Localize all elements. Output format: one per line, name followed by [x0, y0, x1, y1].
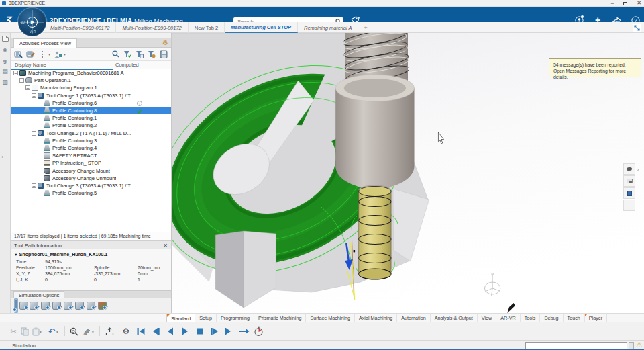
tree-item[interactable]: –Tool Change.3 (T3033 A (T3033.1) / T... — [11, 182, 171, 189]
tree-item[interactable]: Profile Contouring.4 — [11, 144, 171, 152]
new-tab-button[interactable]: + — [358, 22, 372, 33]
step-backward-icon[interactable] — [150, 326, 161, 337]
sim-option-material-removal-icon[interactable] — [19, 302, 28, 310]
list-options-icon[interactable] — [38, 50, 47, 59]
doc-tab-1[interactable]: Multi-Position-E999-00172 — [116, 22, 188, 33]
sim-option-toolpath-visibility-icon[interactable]: ▾ — [30, 302, 40, 310]
paint-icon[interactable] — [82, 326, 93, 337]
tree-expander-icon[interactable]: – — [32, 131, 36, 136]
tree-column-header[interactable]: Display Name Computed — [11, 61, 171, 69]
tree-item-label: Profile Contouring.1 — [52, 115, 97, 121]
shaded-view-icon[interactable] — [623, 163, 635, 175]
mini-toolbar-collapse-icon[interactable]: ‹ — [637, 167, 639, 173]
tree-item[interactable]: Accessory Change Unmount — [11, 175, 171, 182]
tree-expander-icon[interactable]: – — [13, 71, 18, 75]
tree-item[interactable]: Profile Contouring.1 — [11, 114, 171, 122]
column-display-name[interactable]: Display Name — [15, 62, 46, 68]
sim-option-tool-visibility-icon[interactable]: ▾ — [41, 302, 51, 310]
panel-collapse-icon[interactable]: ‹ — [1, 154, 3, 160]
timer-icon[interactable] — [253, 326, 264, 337]
search-icon[interactable] — [111, 50, 120, 59]
report-doc-icon[interactable] — [623, 187, 635, 199]
funnel-check-icon[interactable] — [123, 50, 132, 59]
sim-option-stock-visibility-icon[interactable]: ▾ — [64, 302, 74, 310]
doc-tab-0[interactable]: Multi-Position-E999-00172 — [44, 22, 116, 33]
list-icon[interactable]: ▥ — [1, 78, 9, 86]
undo-icon[interactable]: ↶ — [46, 326, 57, 337]
panel-settings-gear-icon[interactable]: ⚙ — [162, 39, 168, 47]
folder-icon[interactable] — [1, 35, 9, 43]
go-to-start-icon[interactable] — [136, 326, 146, 337]
stamp-edit-icon[interactable] — [25, 50, 35, 59]
doc-tab-2[interactable]: New Tab 2 — [189, 22, 225, 33]
simulation-options-header: Simulation Options — [11, 290, 171, 298]
profile-icon — [44, 138, 50, 144]
stop-icon[interactable] — [195, 326, 205, 337]
dropdown-arrow-icon[interactable]: ▾ — [64, 52, 66, 56]
tree-item[interactable]: –Machining Programs_Behavior00001681 A — [11, 69, 171, 77]
messages-report-box[interactable]: 54 message(s) have been reported. Open M… — [549, 58, 641, 77]
tree-expander-icon[interactable]: – — [32, 93, 36, 98]
export-icon[interactable] — [104, 326, 115, 337]
empty-slot-icon[interactable] — [623, 200, 635, 211]
sim-option-analysis-icon[interactable]: ▾ — [87, 302, 97, 310]
settings-gear-icon[interactable]: ⚙ — [121, 326, 131, 337]
close-icon[interactable]: ✕ — [163, 243, 168, 249]
save-view-icon[interactable] — [159, 50, 168, 59]
doc-tab-3[interactable]: Manufacturing Cell STOP — [225, 22, 298, 33]
toolpath-info-row: Time94,315s — [11, 259, 171, 265]
compass-icon[interactable]: ◈ — [1, 46, 9, 54]
sim-option-collision-icon[interactable]: ▾ — [75, 302, 85, 310]
collapse-arrow-icon[interactable]: ▼ — [14, 253, 17, 257]
funnel-gear-icon[interactable] — [147, 50, 156, 59]
tab-activities-process-view[interactable]: Activities Process View — [13, 38, 77, 48]
expand-viewport-icon[interactable] — [633, 24, 641, 32]
toolpath-info-value: 94,315s — [45, 259, 62, 264]
dropdown-arrow-icon[interactable]: ▾ — [48, 52, 50, 56]
go-to-end-icon[interactable] — [224, 326, 235, 337]
play-backward-icon[interactable] — [165, 326, 176, 337]
zoom-icon[interactable]: Q — [68, 326, 79, 337]
tree-item[interactable]: Profile Contouring.6i — [11, 99, 171, 107]
jump-to-end-icon[interactable] — [239, 326, 250, 337]
tree-expander-icon[interactable]: – — [32, 183, 36, 188]
tree-item[interactable]: –Manufacturing Program.1 — [11, 84, 171, 91]
tree-item[interactable]: –Tool Change.2 (T1 A (T1.1) / MILL D... — [11, 130, 171, 137]
tree-item[interactable]: Profile Contouring.2 — [11, 122, 171, 129]
user-filter-icon[interactable] — [53, 50, 62, 59]
doc-tab-4[interactable]: Remaining material A — [298, 22, 358, 33]
tree-expander-icon[interactable]: – — [25, 85, 30, 90]
tree-item[interactable]: PP Instruction_ STOP — [11, 159, 171, 167]
toolpath-info-value: I; J; K: — [16, 277, 30, 282]
machine-name[interactable]: ▼ Shopfloor01_Machine_Huron_KX100.1 — [14, 251, 107, 257]
toolchange-icon — [38, 93, 44, 99]
close-button[interactable]: ✕ — [637, 0, 641, 7]
capture-image-icon[interactable] — [623, 175, 635, 187]
funnel-doc-icon[interactable] — [135, 50, 144, 59]
tree-item[interactable]: Profile Contouring.8 — [11, 107, 171, 114]
tree-expander-icon[interactable]: – — [19, 78, 24, 83]
behavior-icon[interactable]: g — [1, 56, 9, 64]
sim-option-color-icon[interactable]: ▾ — [98, 302, 108, 310]
cut-icon[interactable]: ✂ — [8, 326, 19, 337]
sim-option-display-mode-icon[interactable] — [14, 298, 18, 313]
3d-viewport[interactable]: 54 message(s) have been reported. Open M… — [172, 33, 644, 313]
sim-option-machine-visibility-icon[interactable]: ▾ — [52, 302, 62, 310]
step-forward-icon[interactable] — [209, 326, 220, 337]
3dcompass-badge[interactable]: ▶ 3D V+R — [18, 8, 46, 36]
minimize-button[interactable]: – — [611, 0, 614, 7]
tree-item[interactable]: Accessory Change Mount — [11, 167, 171, 174]
column-computed[interactable]: Computed — [115, 62, 139, 68]
tree-item[interactable]: Profile Contouring.3 — [11, 137, 171, 144]
tree-item[interactable]: –Tool Change.1 (T3033 A (T3033.1) / T... — [11, 92, 171, 99]
tree-item[interactable]: Profile Contouring.5 — [11, 189, 171, 197]
compass-play-icon[interactable]: ▶ — [27, 17, 38, 28]
play-forward-icon[interactable] — [180, 326, 191, 337]
toolpath-panel-header[interactable]: Tool Path Information ✕ — [11, 240, 171, 249]
stamp-filter-icon[interactable] — [13, 50, 23, 59]
notes-icon[interactable]: ▤ — [1, 67, 9, 75]
tree-item[interactable]: –Part Operation.1 — [11, 77, 171, 84]
copy-icon[interactable] — [19, 326, 30, 337]
tree-item[interactable]: SAFETY RETRACT — [11, 152, 171, 159]
maximize-button[interactable] — [623, 2, 627, 5]
